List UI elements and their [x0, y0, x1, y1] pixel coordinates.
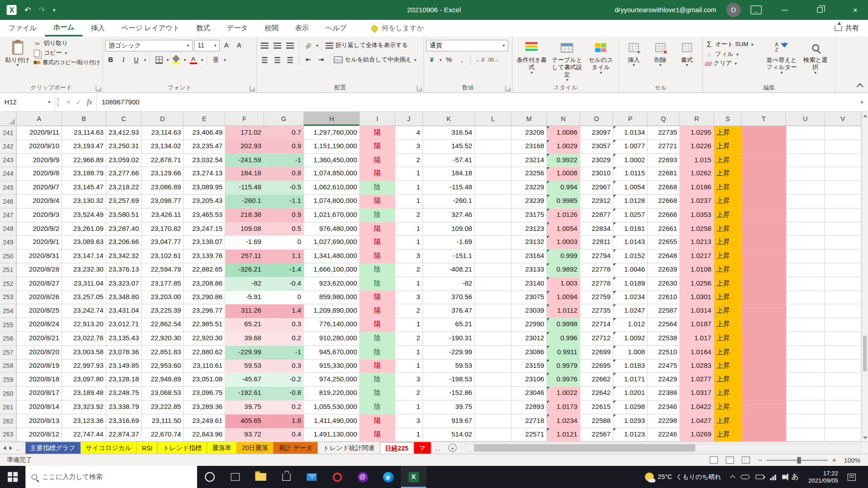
- cell-M251[interactable]: 23133: [511, 263, 547, 277]
- cell-K257[interactable]: -229.99: [423, 346, 475, 359]
- number-format-select[interactable]: 通貨▾: [426, 40, 508, 52]
- redo-icon[interactable]: ↷: [38, 5, 45, 14]
- row-header-260[interactable]: 260: [0, 387, 17, 400]
- cell-N241[interactable]: 1.0086: [547, 126, 580, 140]
- copy-button[interactable]: コピー▾: [34, 49, 100, 57]
- alignment-dialog-launcher[interactable]: [417, 86, 422, 91]
- column-header-U[interactable]: U: [786, 112, 825, 126]
- cell-A243[interactable]: 2020/9/9: [17, 154, 62, 167]
- cell-E262[interactable]: 23,249.61: [184, 414, 226, 428]
- cell-V263[interactable]: [825, 428, 861, 441]
- cell-K250[interactable]: -151.1: [423, 249, 475, 263]
- cell-E250[interactable]: 23,139.76: [184, 249, 226, 263]
- font-size-select[interactable]: 11▾: [194, 40, 220, 52]
- cell-F260[interactable]: -192.61: [225, 387, 264, 400]
- cell-M262[interactable]: 22718: [511, 414, 547, 428]
- cell-B244[interactable]: 23,188.79: [62, 167, 106, 181]
- cell-E263[interactable]: 22,843.96: [184, 428, 226, 441]
- cell-M247[interactable]: 23175: [511, 208, 547, 222]
- sheet-tab[interactable]: RSI: [137, 442, 158, 454]
- cell-K243[interactable]: -57.41: [423, 154, 475, 167]
- cell-J254[interactable]: 2: [395, 305, 423, 318]
- cell-A258[interactable]: 2020/8/19: [17, 359, 62, 373]
- cell-T253[interactable]: [742, 291, 786, 305]
- cell-B245[interactable]: 23,145.47: [62, 181, 106, 195]
- number-dialog-launcher[interactable]: [505, 86, 511, 91]
- cell-P253[interactable]: 1.0234: [613, 291, 648, 305]
- cell-A249[interactable]: 2020/9/1: [17, 236, 62, 249]
- underline-button[interactable]: U: [131, 54, 142, 65]
- fill-button[interactable]: ↓フィル▾: [705, 50, 763, 58]
- cell-U244[interactable]: [786, 167, 825, 181]
- action-center-icon[interactable]: [848, 474, 856, 481]
- cell-L262[interactable]: [475, 414, 512, 428]
- cell-T247[interactable]: [742, 208, 786, 222]
- mention-app-button[interactable]: @: [350, 466, 375, 488]
- sheet-tab[interactable]: マ: [414, 442, 431, 454]
- cell-J250[interactable]: 3: [395, 249, 423, 263]
- font-dialog-launcher[interactable]: [250, 86, 255, 91]
- cell-U248[interactable]: [786, 222, 825, 236]
- sheet-tab[interactable]: トレンド統計関連: [318, 442, 380, 454]
- cell-O256[interactable]: 22712: [580, 332, 613, 346]
- cell-C263[interactable]: 22,874.37: [106, 428, 142, 441]
- zoom-out-icon[interactable]: −: [758, 456, 762, 464]
- cell-L258[interactable]: [475, 359, 512, 373]
- cell-H261[interactable]: 1,055,530,000: [304, 400, 360, 414]
- cell-I253[interactable]: 陽: [360, 291, 395, 305]
- cell-V262[interactable]: [825, 414, 861, 428]
- cell-L248[interactable]: [475, 222, 512, 236]
- cell-L244[interactable]: [475, 167, 512, 181]
- cell-O244[interactable]: 23010: [580, 167, 613, 181]
- cell-D254[interactable]: 23,225.39: [142, 305, 184, 318]
- add-sheet-button[interactable]: +: [448, 444, 457, 452]
- cell-R244[interactable]: 1.0262: [680, 167, 714, 181]
- cell-J249[interactable]: 1: [395, 236, 423, 249]
- prev-sheet-icon[interactable]: [3, 446, 6, 450]
- account-avatar[interactable]: D: [726, 3, 741, 17]
- cell-T261[interactable]: [742, 400, 786, 414]
- sheet-overflow-right[interactable]: …: [431, 442, 444, 454]
- cell-B263[interactable]: 22,747.44: [62, 428, 106, 441]
- cell-A257[interactable]: 2020/8/20: [17, 346, 62, 359]
- cell-E260[interactable]: 23,096.75: [184, 387, 226, 400]
- cell-G246[interactable]: -1.1: [264, 195, 304, 208]
- cell-R247[interactable]: 1.0353: [680, 208, 714, 222]
- cell-Q261[interactable]: 22346: [648, 400, 680, 414]
- cell-T241[interactable]: [742, 126, 786, 140]
- cell-K259[interactable]: -198.53: [423, 373, 475, 387]
- increase-decimal-button[interactable]: ←.0: [474, 54, 485, 65]
- cell-P244[interactable]: 1.0115: [613, 167, 648, 181]
- cell-K245[interactable]: -115.48: [423, 181, 475, 195]
- cell-P247[interactable]: 1.0257: [613, 208, 648, 222]
- accounting-format-button[interactable]: ¥: [426, 54, 437, 65]
- cell-N248[interactable]: 1.0054: [547, 222, 580, 236]
- cell-U255[interactable]: [786, 318, 825, 332]
- cell-F251[interactable]: -326.21: [225, 263, 264, 277]
- align-middle-button[interactable]: [272, 40, 283, 51]
- cell-V243[interactable]: [825, 154, 861, 167]
- cell-K263[interactable]: 514.02: [423, 428, 475, 441]
- decrease-decimal-button[interactable]: .00→: [487, 54, 499, 65]
- cell-G259[interactable]: -0.2: [264, 373, 304, 387]
- column-header-J[interactable]: J: [395, 112, 423, 126]
- cell-R243[interactable]: 1.015: [680, 154, 714, 167]
- cell-B243[interactable]: 22,966.89: [62, 154, 106, 167]
- cell-D258[interactable]: 22,953.60: [142, 359, 184, 373]
- cell-V241[interactable]: [825, 126, 861, 140]
- column-header-C[interactable]: C: [106, 112, 142, 126]
- opera-button[interactable]: [325, 466, 350, 488]
- bold-button[interactable]: B: [105, 54, 116, 65]
- cell-B242[interactable]: 23,193.47: [62, 140, 106, 154]
- cell-S248[interactable]: 上昇: [714, 222, 742, 236]
- cell-J252[interactable]: 1: [395, 277, 423, 291]
- row-header-255[interactable]: 255: [0, 318, 17, 332]
- cell-O248[interactable]: 22834: [580, 222, 613, 236]
- cell-P248[interactable]: 1.0181: [613, 222, 648, 236]
- row-header-245[interactable]: 245: [0, 181, 17, 195]
- cell-I242[interactable]: 陽: [360, 140, 395, 154]
- cell-S250[interactable]: 上昇: [714, 249, 742, 263]
- cell-L245[interactable]: [475, 181, 512, 195]
- cell-K260[interactable]: -152.86: [423, 387, 475, 400]
- vertical-scrollbar[interactable]: [861, 112, 868, 441]
